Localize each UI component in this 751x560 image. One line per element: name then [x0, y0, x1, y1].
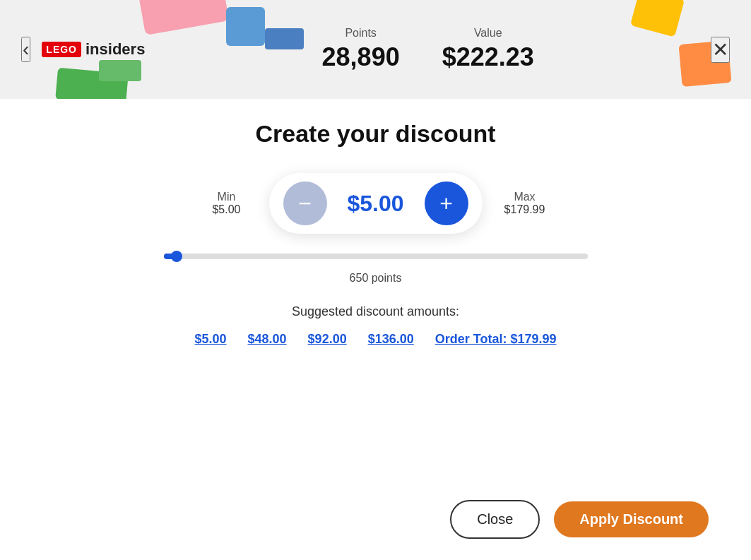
suggested-amount-1[interactable]: $5.00: [195, 332, 227, 347]
page-title: Create your discount: [255, 120, 495, 148]
header-stats: Points 28,890 Value $222.23: [145, 27, 711, 72]
points-value: 28,890: [322, 42, 400, 71]
main-content: Create your discount Min $5.00 − $5.00 +…: [0, 99, 751, 560]
max-label: Max: [497, 191, 553, 203]
header: ‹ LEGO insiders Points 28,890 Value $222…: [0, 0, 751, 99]
close-button[interactable]: Close: [450, 500, 540, 539]
min-label-block: Min $5.00: [199, 191, 255, 216]
max-value: $179.99: [497, 203, 553, 216]
suggested-amounts: $5.00 $48.00 $92.00 $136.00 Order Total:…: [195, 332, 557, 347]
min-value: $5.00: [199, 203, 255, 216]
slider-container[interactable]: [164, 254, 588, 259]
points-label: Points: [322, 27, 400, 40]
stepper-container: Min $5.00 − $5.00 + Max $179.99: [199, 173, 553, 234]
lego-badge: LEGO: [42, 42, 81, 57]
points-stat: Points 28,890: [322, 27, 400, 72]
discount-value: $5.00: [344, 191, 408, 217]
deco-green2: [99, 60, 141, 81]
value-amount: $222.23: [442, 42, 534, 71]
apply-discount-button[interactable]: Apply Discount: [554, 501, 709, 537]
stepper-pill: − $5.00 +: [269, 173, 483, 234]
decrease-button[interactable]: −: [283, 181, 327, 225]
suggested-amount-4[interactable]: $136.00: [368, 332, 414, 347]
slider-points: 650 points: [350, 272, 402, 285]
insiders-label: insiders: [85, 40, 145, 59]
min-label: Min: [199, 191, 255, 203]
suggested-amount-2[interactable]: $48.00: [248, 332, 287, 347]
close-icon-button[interactable]: ✕: [711, 37, 730, 63]
lego-logo: LEGO insiders: [42, 40, 145, 59]
value-label: Value: [442, 27, 534, 40]
slider-thumb[interactable]: [171, 251, 182, 262]
suggested-label: Suggested discount amounts:: [292, 304, 459, 319]
back-button[interactable]: ‹: [21, 37, 30, 62]
increase-button[interactable]: +: [425, 181, 468, 225]
suggested-amount-3[interactable]: $92.00: [308, 332, 347, 347]
suggested-amount-order-total[interactable]: Order Total: $179.99: [435, 332, 557, 347]
max-label-block: Max $179.99: [497, 191, 553, 216]
slider-track: [164, 254, 588, 259]
value-stat: Value $222.23: [442, 27, 534, 72]
bottom-actions: Close Apply Discount: [42, 493, 709, 539]
